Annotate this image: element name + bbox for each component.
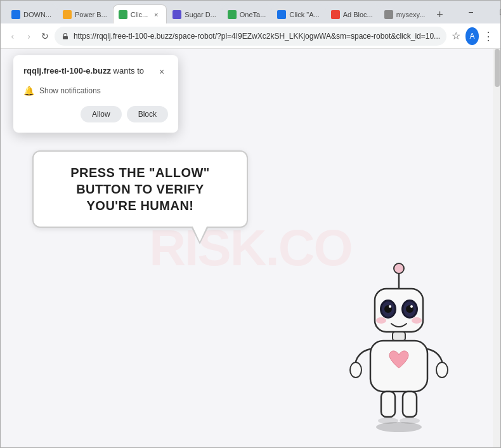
tab7-favicon — [331, 10, 340, 19]
scrollbar[interactable] — [493, 49, 500, 447]
forward-button[interactable]: › — [22, 27, 36, 45]
bubble-tail — [191, 227, 209, 244]
popup-title: rqqlj.free-tl-100-e.buzz wants to — [23, 65, 144, 77]
svg-point-16 — [350, 362, 361, 378]
notification-label: Show notifications — [39, 86, 101, 95]
lock-icon — [61, 32, 70, 41]
tab4-label: Sugar D... — [185, 11, 216, 18]
block-button[interactable]: Block — [127, 106, 168, 122]
permission-popup: rqqlj.free-tl-100-e.buzz wants to × 🔔 Sh… — [13, 55, 178, 133]
tab-8[interactable]: mysexy... — [379, 4, 431, 23]
url-text: https://rqqlj.free-tl-100-e.buzz/space-r… — [74, 32, 440, 41]
browser-menu-button[interactable]: ⋮ — [481, 27, 495, 45]
minimize-button[interactable]: − — [456, 3, 485, 21]
title-bar: DOWN... Power B... Clic... × Sugar D... — [1, 1, 500, 23]
page-content: RISK.CO rqqlj.free-tl-100-e.buzz wants t… — [1, 49, 500, 447]
tab2-favicon — [63, 10, 72, 19]
speech-bubble-container: PRESS THE "ALLOW" BUTTON TO VERIFY YOU'R… — [32, 150, 248, 228]
tab-3[interactable]: Clic... × — [113, 4, 167, 23]
robot-illustration — [335, 257, 462, 435]
tab-strip: DOWN... Power B... Clic... × Sugar D... — [6, 1, 448, 23]
tab-4[interactable]: Sugar D... — [167, 4, 222, 23]
bell-icon: 🔔 — [23, 86, 34, 96]
tab2-label: Power B... — [75, 11, 107, 18]
svg-rect-0 — [63, 36, 68, 39]
speech-bubble: PRESS THE "ALLOW" BUTTON TO VERIFY YOU'R… — [32, 150, 248, 228]
svg-rect-14 — [393, 332, 405, 341]
scrollbar-thumb[interactable] — [495, 49, 500, 87]
tab-6[interactable]: Click "A... — [271, 4, 325, 23]
svg-point-1 — [394, 263, 404, 273]
tab8-favicon — [384, 10, 393, 19]
popup-close-button[interactable]: × — [155, 65, 168, 78]
tab5-label: OneTa... — [240, 11, 266, 18]
popup-header: rqqlj.free-tl-100-e.buzz wants to × — [23, 65, 168, 78]
svg-rect-19 — [403, 392, 417, 417]
svg-point-22 — [376, 422, 422, 432]
svg-rect-18 — [381, 392, 395, 417]
new-tab-button[interactable]: + — [431, 6, 448, 23]
tab6-label: Click "A... — [289, 11, 319, 18]
tab4-favicon — [172, 10, 181, 19]
svg-point-10 — [389, 305, 391, 308]
tab-1[interactable]: DOWN... — [6, 4, 57, 23]
back-button[interactable]: ‹ — [6, 27, 20, 45]
tab-5[interactable]: OneTa... — [222, 4, 272, 23]
popup-notification-row: 🔔 Show notifications — [23, 86, 168, 96]
tab1-favicon — [11, 10, 20, 19]
svg-point-11 — [410, 305, 413, 308]
tab-7[interactable]: Ad Bloc... — [325, 4, 379, 23]
page-background: RISK.CO rqqlj.free-tl-100-e.buzz wants t… — [1, 49, 500, 447]
profile-button[interactable]: A — [465, 27, 479, 45]
bookmark-button[interactable]: ☆ — [449, 27, 463, 45]
tab-2[interactable]: Power B... — [57, 4, 113, 23]
tab1-label: DOWN... — [23, 11, 51, 18]
tab5-favicon — [228, 10, 237, 19]
svg-point-12 — [376, 317, 386, 324]
tab6-favicon — [277, 10, 286, 19]
refresh-button[interactable]: ↻ — [38, 27, 52, 45]
window-controls: − □ × — [456, 3, 501, 21]
svg-point-13 — [412, 317, 422, 324]
maximize-button[interactable]: □ — [488, 3, 501, 21]
browser-window: DOWN... Power B... Clic... × Sugar D... — [0, 0, 501, 448]
popup-site: rqqlj.free-tl-100-e.buzz — [23, 66, 111, 76]
svg-point-17 — [436, 362, 448, 378]
tab8-label: mysexy... — [396, 11, 426, 18]
popup-wants-label: wants to — [114, 66, 144, 76]
tab3-favicon — [119, 10, 127, 19]
tab3-label: Clic... — [131, 11, 148, 18]
allow-button[interactable]: Allow — [81, 106, 122, 122]
nav-bar: ‹ › ↻ https://rqqlj.free-tl-100-e.buzz/s… — [1, 23, 500, 49]
tab7-label: Ad Bloc... — [343, 11, 373, 18]
popup-buttons: Allow Block — [23, 106, 168, 122]
robot-svg — [335, 257, 462, 441]
address-bar[interactable]: https://rqqlj.free-tl-100-e.buzz/space-r… — [55, 27, 446, 46]
speech-bubble-text: PRESS THE "ALLOW" BUTTON TO VERIFY YOU'R… — [70, 166, 210, 213]
tab3-close-icon[interactable]: × — [151, 10, 161, 20]
